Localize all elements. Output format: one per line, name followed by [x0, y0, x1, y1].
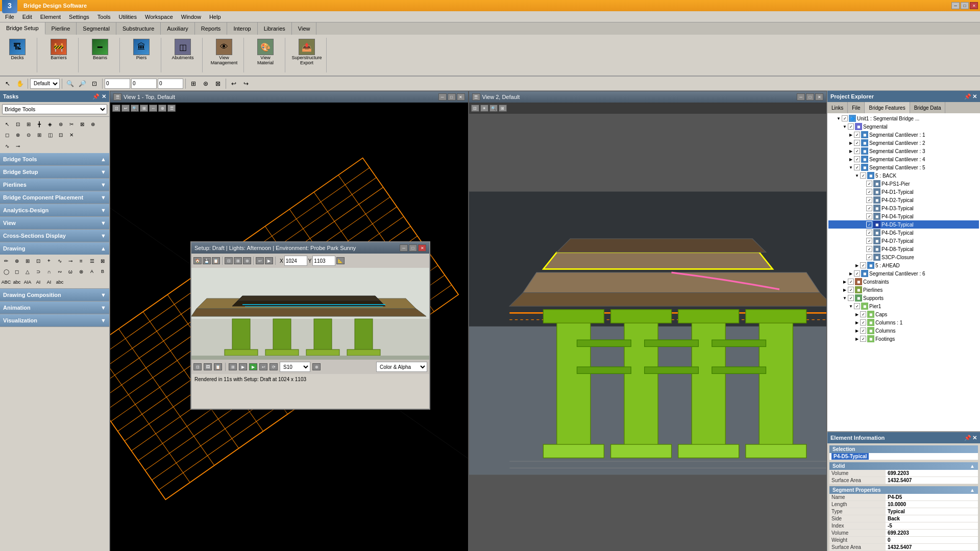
toolbar-x-input[interactable] [105, 79, 130, 89]
tool-3[interactable]: ╋ [34, 119, 44, 129]
tool-4[interactable]: ◈ [45, 119, 55, 129]
tool-14[interactable]: ⊡ [56, 130, 66, 140]
dtool-15[interactable]: ∩ [44, 266, 54, 277]
dtool-12[interactable]: ◻ [12, 266, 22, 277]
segment-props-collapse[interactable]: ▲ [970, 487, 975, 493]
dtool-11[interactable]: ◯ [1, 266, 11, 277]
tab-links[interactable]: Links [827, 102, 848, 113]
toolbar-y-input[interactable] [131, 79, 157, 89]
tool-5[interactable]: ⊛ [56, 119, 66, 129]
render-tb-6[interactable]: ↩ [256, 257, 264, 264]
toolbar-zoom-in[interactable]: 🔍 [64, 78, 76, 89]
dtool-17[interactable]: ω [65, 266, 76, 277]
tree-columns[interactable]: ▶ ✓ ◼ Columns [828, 327, 979, 335]
tool-1[interactable]: ⊡ [13, 119, 23, 129]
toolbar-mode-dropdown[interactable]: Default [30, 79, 60, 89]
tab-bridge-features[interactable]: Bridge Features [865, 102, 910, 113]
ribbon-abutments[interactable]: ◫ Abutments [169, 38, 196, 61]
tree-p4-d6[interactable]: ✓ ◼ P4-D6-Typical [828, 229, 979, 237]
dtool-13[interactable]: △ [22, 266, 33, 277]
vp2-tb-4[interactable]: ⊞ [499, 105, 507, 112]
menu-help[interactable]: Help [205, 13, 225, 21]
tree-segmental[interactable]: ▼ ✓ ◼ Segmental [828, 122, 979, 131]
solid-collapse[interactable]: ▲ [970, 463, 975, 469]
render-tb-home[interactable]: 🏠 [193, 257, 202, 264]
tree-seg-cant-6[interactable]: ▶ ✓ ◼ Segmental Cantilever : 6 [828, 269, 979, 278]
menu-tools[interactable]: Tools [93, 13, 115, 21]
viewport-2-content[interactable] [469, 114, 827, 551]
tab-interop[interactable]: Interop [227, 22, 257, 35]
tree-footings[interactable]: ▶ ✓ ◼ Footings [828, 335, 979, 343]
vp2-close[interactable]: ✕ [815, 93, 823, 101]
dtool-t4[interactable]: abc [12, 277, 22, 287]
tree-constraints[interactable]: ▶ ✓ ◼ Constraints [828, 278, 979, 286]
render-btn-5[interactable]: ▶ [239, 363, 247, 370]
dtool-3[interactable]: ⊞ [22, 256, 33, 266]
section-drawing-header[interactable]: Drawing ▲ [0, 242, 109, 255]
elem-info-close[interactable]: ✕ [972, 435, 977, 441]
tree-5-back[interactable]: ▼ ✓ ◼ 5 : BACK [828, 171, 979, 180]
tree-s3cp[interactable]: ✓ ◼ S3CP-Closure [828, 253, 979, 261]
tree-p4-d5[interactable]: ✓ ◼ P4-D5-Typical [828, 220, 979, 229]
render-minimize[interactable]: ─ [400, 244, 408, 252]
vp1-tb-3[interactable]: 🔍 [131, 105, 139, 112]
dtool-t5[interactable]: AIA [22, 277, 33, 287]
render-btn-2[interactable]: 🖼 [204, 363, 212, 370]
render-tb-7[interactable]: ▶ [265, 257, 273, 264]
section-cross-sections-header[interactable]: Cross-Sections Display ▼ [0, 230, 109, 242]
maximize-button[interactable]: □ [961, 2, 969, 9]
section-drawing-composition-header[interactable]: Drawing Composition ▼ [0, 289, 109, 301]
section-bridge-tools-header[interactable]: Bridge Tools ▲ [0, 153, 109, 165]
render-btn-4[interactable]: ⊞ [229, 363, 237, 370]
render-btn-3[interactable]: 📋 [214, 363, 222, 370]
section-bridge-setup-header[interactable]: Bridge Setup ▼ [0, 166, 109, 178]
tree-seg-cant-1[interactable]: ▶ ✓ ◼ Segmental Cantilever : 1 [828, 131, 979, 139]
tree-pier1[interactable]: ▼ ✓ ◼ Pier1 [828, 302, 979, 310]
ribbon-barriers[interactable]: 🚧 Barriers [45, 38, 72, 61]
vp1-menu[interactable]: ☰ [113, 93, 121, 101]
dtool-1[interactable]: ✏ [1, 256, 11, 266]
tab-segmental[interactable]: Segmental [77, 22, 116, 35]
vp1-maximize[interactable]: □ [448, 93, 456, 101]
tasks-dropdown[interactable]: Bridge Tools [2, 104, 107, 114]
tool-12[interactable]: ⊞ [34, 130, 44, 140]
tree-p4-d7[interactable]: ✓ ◼ P4-D7-Typical [828, 237, 979, 245]
menu-window[interactable]: Window [177, 13, 205, 21]
project-tree[interactable]: ▼ ✓ 🔷 Unit1 : Segmental Bridge ... ▼ ✓ ◼… [827, 113, 980, 431]
menu-utilities[interactable]: Utilities [115, 13, 141, 21]
menu-settings[interactable]: Settings [65, 13, 93, 21]
dtool-10[interactable]: ⊠ [97, 256, 108, 266]
tool-6[interactable]: ✂ [66, 119, 77, 129]
toolbar-undo[interactable]: ↩ [228, 78, 239, 89]
tool-13[interactable]: ◫ [45, 130, 55, 140]
vp2-tb-3[interactable]: 🔍 [489, 105, 498, 112]
vp2-maximize[interactable]: □ [806, 93, 814, 101]
render-btn-play[interactable]: ▶ [249, 363, 257, 370]
tree-p4-d8[interactable]: ✓ ◼ P4-D8-Typical [828, 245, 979, 253]
vp1-tb-2[interactable]: ↩ [121, 105, 130, 112]
menu-workspace[interactable]: Workspace [141, 13, 177, 21]
tab-bridge-setup[interactable]: Bridge Setup [0, 22, 45, 35]
dtool-9[interactable]: ☰ [87, 256, 97, 266]
dtool-t8[interactable]: abc [55, 277, 65, 287]
dtool-4[interactable]: ⊡ [33, 256, 43, 266]
render-tb-3[interactable]: ⊡ [225, 257, 233, 264]
tool-select[interactable]: ↖ [2, 119, 12, 129]
vp2-tb-1[interactable]: ⊡ [471, 105, 479, 112]
tasks-close-button[interactable]: ✕ [102, 93, 106, 100]
dtool-t6[interactable]: AI [33, 277, 43, 287]
explorer-pin[interactable]: 📌 [964, 93, 971, 100]
section-analytics-header[interactable]: Analytics-Design ▼ [0, 204, 109, 216]
render-mode-select[interactable]: Color & Alpha [376, 362, 427, 372]
toolbar-select[interactable]: ↖ [2, 78, 13, 89]
tab-libraries[interactable]: Libraries [258, 22, 292, 35]
tree-seg-cant-2[interactable]: ▶ ✓ ◼ Segmental Cantilever : 2 [828, 139, 979, 147]
tab-pierline[interactable]: Pierline [45, 22, 77, 35]
render-tb-copy[interactable]: 📋 [212, 257, 220, 264]
section-pierlines-header[interactable]: Pierlines ▼ [0, 179, 109, 191]
toolbar-z-input[interactable] [158, 79, 183, 89]
minimize-button[interactable]: ─ [951, 2, 960, 9]
vp1-minimize[interactable]: ─ [438, 93, 447, 101]
render-x-input[interactable] [284, 256, 307, 266]
render-content[interactable] [191, 268, 429, 360]
